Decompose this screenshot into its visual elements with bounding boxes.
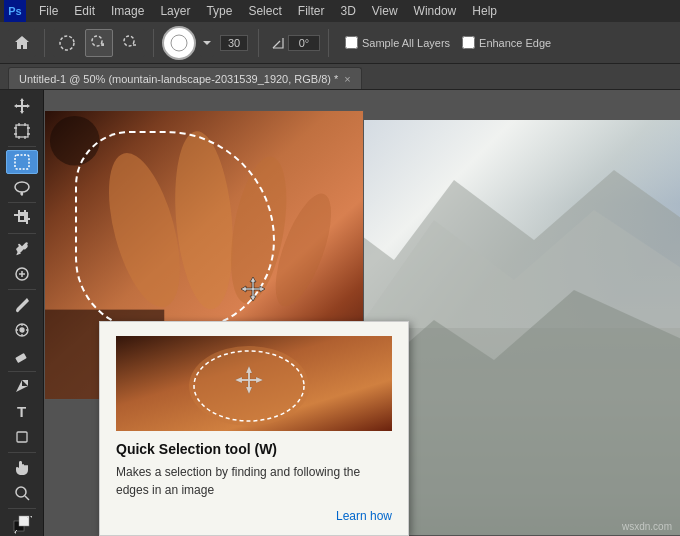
clone-icon xyxy=(14,322,30,338)
tab-bar: Untitled-1 @ 50% (mountain-landscape-203… xyxy=(0,64,680,90)
tooltip-learn-how-link[interactable]: Learn how xyxy=(336,509,392,523)
enhance-edge-checkbox[interactable] xyxy=(462,36,475,49)
brush-icon xyxy=(14,297,30,313)
text-tool[interactable]: T xyxy=(6,400,38,424)
angle-input[interactable] xyxy=(288,35,320,51)
menu-bar: Ps File Edit Image Layer Type Select Fil… xyxy=(0,0,680,22)
sample-all-layers-group: Sample All Layers xyxy=(345,36,450,49)
menu-help[interactable]: Help xyxy=(465,2,504,20)
svg-point-3 xyxy=(171,35,187,51)
hand-tool[interactable] xyxy=(6,456,38,480)
tooltip-title: Quick Selection tool (W) xyxy=(116,441,392,457)
crop-icon xyxy=(14,210,30,226)
tool-separator-2 xyxy=(8,202,36,203)
ps-logo: Ps xyxy=(4,0,26,22)
svg-rect-10 xyxy=(15,352,27,362)
enhance-edge-group: Enhance Edge xyxy=(462,36,551,49)
clone-tool[interactable] xyxy=(6,318,38,342)
eyedropper-tool[interactable] xyxy=(6,237,38,261)
hand-icon xyxy=(14,460,30,476)
document-tab[interactable]: Untitled-1 @ 50% (mountain-landscape-203… xyxy=(8,67,362,89)
sample-all-layers-checkbox[interactable] xyxy=(345,36,358,49)
pen-tool[interactable] xyxy=(6,374,38,398)
toolbar-separator-2 xyxy=(153,29,154,57)
svg-rect-11 xyxy=(17,432,27,442)
svg-point-0 xyxy=(60,36,74,50)
brush-tool[interactable] xyxy=(6,293,38,317)
svg-rect-4 xyxy=(16,125,28,137)
zoom-tool[interactable] xyxy=(6,481,38,505)
tool-separator-3 xyxy=(8,233,36,234)
menu-select[interactable]: Select xyxy=(241,2,288,20)
eraser-icon xyxy=(14,348,30,364)
menu-view[interactable]: View xyxy=(365,2,405,20)
menu-type[interactable]: Type xyxy=(199,2,239,20)
tooltip-box: Quick Selection tool (W) Makes a selecti… xyxy=(99,321,409,536)
lasso-icon xyxy=(13,178,31,196)
svg-point-9 xyxy=(20,328,24,332)
sample-all-layers-label[interactable]: Sample All Layers xyxy=(362,37,450,49)
foreground-color[interactable] xyxy=(6,512,38,536)
shape-tool[interactable] xyxy=(6,425,38,449)
tab-close-button[interactable]: × xyxy=(344,73,350,85)
canvas-area: Quick Selection tool (W) Makes a selecti… xyxy=(44,90,680,536)
move-tool[interactable] xyxy=(6,94,38,118)
brush-size-group: 30 xyxy=(220,35,248,51)
svg-point-23 xyxy=(50,116,100,166)
brush-size-dropdown[interactable] xyxy=(200,29,214,57)
toolbar-separator-4 xyxy=(328,29,329,57)
menu-layer[interactable]: Layer xyxy=(153,2,197,20)
menu-filter[interactable]: Filter xyxy=(291,2,332,20)
svg-point-6 xyxy=(15,182,29,192)
menu-3d[interactable]: 3D xyxy=(333,2,362,20)
angle-icon xyxy=(271,36,285,50)
tool-separator-1 xyxy=(8,146,36,147)
tooltip-thumbnail xyxy=(116,336,392,431)
watermark: wsxdn.com xyxy=(622,521,672,532)
crop-tool[interactable] xyxy=(6,206,38,230)
eraser-tool[interactable] xyxy=(6,343,38,367)
heal-icon xyxy=(14,266,30,282)
move-icon xyxy=(13,97,31,115)
tool-separator-7 xyxy=(8,508,36,509)
tool-separator-4 xyxy=(8,289,36,290)
artboard-tool[interactable] xyxy=(6,119,38,143)
zoom-icon xyxy=(14,485,30,501)
artboard-icon xyxy=(14,123,30,139)
tooltip-description: Makes a selection by finding and followi… xyxy=(116,463,392,499)
svg-point-2 xyxy=(124,36,134,46)
tool-separator-5 xyxy=(8,371,36,372)
pen-icon xyxy=(14,378,30,394)
tool-separator-6 xyxy=(8,452,36,453)
options-bar: 30 Sample All Layers Enhance Edge xyxy=(0,22,680,64)
subtract-selection-button[interactable] xyxy=(117,29,145,57)
heal-tool[interactable] xyxy=(6,262,38,286)
quick-selection-tool[interactable] xyxy=(6,150,38,174)
toolbar-separator-1 xyxy=(44,29,45,57)
main-content: T xyxy=(0,90,680,536)
svg-rect-5 xyxy=(15,155,29,169)
tab-title: Untitled-1 @ 50% (mountain-landscape-203… xyxy=(19,73,338,85)
fg-bg-color-icon xyxy=(12,514,32,534)
enhance-edge-label[interactable]: Enhance Edge xyxy=(479,37,551,49)
tooltip-thumb-svg xyxy=(116,336,392,431)
shape-icon xyxy=(14,429,30,445)
new-selection-button[interactable] xyxy=(53,29,81,57)
text-icon: T xyxy=(17,403,26,420)
menu-file[interactable]: File xyxy=(32,2,65,20)
brush-size-value[interactable]: 30 xyxy=(220,35,248,51)
home-button[interactable] xyxy=(8,29,36,57)
eyedropper-icon xyxy=(14,241,30,257)
toolbar-separator-3 xyxy=(258,29,259,57)
svg-point-1 xyxy=(92,36,102,46)
menu-window[interactable]: Window xyxy=(407,2,464,20)
left-toolbar: T xyxy=(0,90,44,536)
menu-image[interactable]: Image xyxy=(104,2,151,20)
angle-group xyxy=(271,35,320,51)
svg-point-12 xyxy=(16,487,26,497)
quick-selection-icon xyxy=(13,153,31,171)
add-selection-button[interactable] xyxy=(85,29,113,57)
menu-edit[interactable]: Edit xyxy=(67,2,102,20)
brush-size-preview[interactable] xyxy=(162,26,196,60)
lasso-tool[interactable] xyxy=(6,175,38,199)
